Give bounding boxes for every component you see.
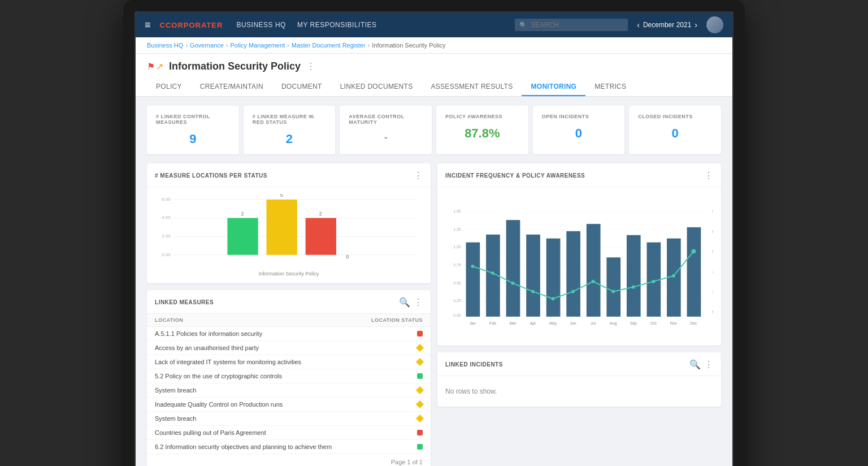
incident-actions: ⋮ xyxy=(704,170,713,181)
linked-incidents-more[interactable]: ⋮ xyxy=(704,359,713,370)
col-location: LOCATION xyxy=(155,317,371,323)
table-row[interactable]: Countries pulling out of Paris Agreement xyxy=(147,426,431,440)
measure-chart-more[interactable]: ⋮ xyxy=(414,170,423,181)
flag-icon: ⚑ xyxy=(147,61,155,72)
linked-measures-more[interactable]: ⋮ xyxy=(414,297,423,308)
row-location-2: Lack of integrated IT systems for monito… xyxy=(155,359,417,365)
svg-point-55 xyxy=(632,286,635,289)
linked-incidents-header: LINKED INCIDENTS 🔍 ⋮ xyxy=(437,352,721,376)
kpi-label-2: AVERAGE CONTROL MATURITY xyxy=(349,114,423,125)
table-row[interactable]: Lack of integrated IT systems for monito… xyxy=(147,355,431,369)
svg-text:Sep: Sep xyxy=(630,321,637,326)
svg-text:Nov: Nov xyxy=(670,321,678,325)
row-location-5: Inadequate Quality Control on Production… xyxy=(155,401,417,408)
breadcrumb-item-1[interactable]: Governance xyxy=(190,42,224,49)
svg-text:2: 2 xyxy=(319,211,322,217)
tab-policy[interactable]: Policy xyxy=(147,78,191,96)
svg-text:0.00: 0.00 xyxy=(162,252,171,257)
incident-more[interactable]: ⋮ xyxy=(704,170,713,181)
kpi-value-4: 0 xyxy=(542,126,616,141)
date-navigation: ‹ December 2021 › xyxy=(637,20,697,29)
top-nav: ≡ CCORPORATER BUSINESS HQ MY RESPONSIBIL… xyxy=(136,12,732,37)
kpi-value-2: - xyxy=(349,132,423,144)
svg-point-49 xyxy=(511,282,515,285)
arrow-icon: ↗ xyxy=(156,61,163,72)
svg-rect-8 xyxy=(227,218,258,254)
row-location-8: 6.2 Information security objectives and … xyxy=(155,443,417,450)
nav-links: BUSINESS HQ MY RESPONSIBILITIES xyxy=(236,21,376,29)
svg-point-57 xyxy=(672,274,675,278)
table-row[interactable]: 6.2 Information security objectives and … xyxy=(147,440,431,454)
svg-text:1.50: 1.50 xyxy=(453,209,461,213)
breadcrumb-item-3[interactable]: Master Document Register xyxy=(292,42,366,49)
linked-incidents-actions: 🔍 ⋮ xyxy=(689,359,713,370)
table-row[interactable]: System breach xyxy=(147,412,431,426)
svg-point-48 xyxy=(491,271,494,275)
table-row[interactable]: 5.2 Policy on the use of cryptographic c… xyxy=(147,369,431,383)
linked-incidents-title: LINKED INCIDENTS xyxy=(445,361,503,368)
pagination-text: Page 1 of 1 xyxy=(391,459,423,465)
kpi-linked-control-measures: # LINKED CONTROL MEASURES 9 xyxy=(147,106,239,154)
svg-rect-12 xyxy=(306,218,336,254)
kpi-row: # LINKED CONTROL MEASURES 9 # LINKED MEA… xyxy=(147,106,721,154)
tab-linked-documents[interactable]: Linked Documents xyxy=(331,78,422,96)
more-options-icon[interactable]: ⋮ xyxy=(306,61,315,72)
kpi-label-0: # LINKED CONTROL MEASURES xyxy=(156,114,230,125)
logo: CCORPORATER xyxy=(160,21,223,29)
svg-text:Apr: Apr xyxy=(530,321,536,326)
col-status: LOCATION STATUS xyxy=(371,317,423,323)
prev-date-button[interactable]: ‹ xyxy=(637,20,640,29)
svg-text:Aug: Aug xyxy=(610,321,617,326)
table-row[interactable]: Access by an unauthorised third party xyxy=(147,341,431,355)
svg-text:0.50: 0.50 xyxy=(453,281,461,285)
nav-business-hq[interactable]: BUSINESS HQ xyxy=(236,21,286,29)
svg-text:1.00: 1.00 xyxy=(453,245,461,249)
svg-text:0: 0 xyxy=(346,254,349,260)
svg-text:May: May xyxy=(549,321,557,326)
svg-text:85.0%: 85.0% xyxy=(712,230,713,234)
svg-rect-43 xyxy=(627,235,641,317)
svg-text:1.25: 1.25 xyxy=(453,227,461,231)
linked-incidents-search[interactable]: 🔍 xyxy=(689,359,701,370)
status-indicator-1 xyxy=(416,344,424,352)
linked-measures-search[interactable]: 🔍 xyxy=(399,297,410,308)
table-row[interactable]: System breach xyxy=(147,383,431,398)
status-indicator-3 xyxy=(417,373,423,379)
svg-point-56 xyxy=(652,280,655,283)
incident-chart-svg: 1.50 1.25 1.00 0.75 0.50 0.25 0.00 90.0%… xyxy=(445,193,713,340)
avatar[interactable] xyxy=(706,16,723,33)
svg-rect-40 xyxy=(566,231,580,317)
svg-text:2: 2 xyxy=(241,211,244,217)
kpi-value-5: 0 xyxy=(638,126,712,141)
tab-create-maintain[interactable]: Create/Maintain xyxy=(191,78,272,96)
tab-assessment-results[interactable]: Assessment Results xyxy=(422,78,522,96)
table-row[interactable]: Inadequate Quality Control on Production… xyxy=(147,398,431,412)
linked-measures-title: LINKED MEASURES xyxy=(155,299,214,305)
svg-text:6.00: 6.00 xyxy=(162,197,171,202)
svg-text:2.00: 2.00 xyxy=(162,234,171,239)
table-row[interactable]: A.5.1.1 Policies for information securit… xyxy=(147,327,431,341)
svg-text:5: 5 xyxy=(280,194,283,198)
svg-text:Jun: Jun xyxy=(570,321,576,325)
svg-point-47 xyxy=(471,265,474,268)
page-header: ⚑ ↗ Information Security Policy ⋮ Policy… xyxy=(136,54,732,97)
table-header: LOCATION LOCATION STATUS xyxy=(147,314,431,327)
svg-point-58 xyxy=(691,249,696,253)
bar-chart-svg: 6.00 4.00 2.00 0.00 xyxy=(155,194,423,266)
measure-locations-panel: # MEASURE LOCATIONS PER STATUS ⋮ 6.00 4.… xyxy=(147,163,431,283)
tab-document[interactable]: Document xyxy=(272,78,331,96)
tab-monitoring[interactable]: Monitoring xyxy=(522,78,585,96)
nav-responsibilities[interactable]: MY RESPONSIBILITIES xyxy=(297,21,377,29)
incident-header: INCIDENT FREQUENCY & POLICY AWARENESS ⋮ xyxy=(437,163,721,187)
breadcrumb-item-4: Information Security Policy xyxy=(372,42,445,49)
hamburger-menu[interactable]: ≡ xyxy=(145,19,151,31)
search-input[interactable] xyxy=(515,19,628,31)
breadcrumb-item-0[interactable]: Business HQ xyxy=(147,42,183,49)
incident-frequency-panel: INCIDENT FREQUENCY & POLICY AWARENESS ⋮ … xyxy=(437,163,721,346)
next-date-button[interactable]: › xyxy=(695,20,697,29)
breadcrumb-item-2[interactable]: Policy Management xyxy=(230,42,285,49)
current-date: December 2021 xyxy=(643,21,691,29)
incident-chart-area: 1.50 1.25 1.00 0.75 0.50 0.25 0.00 90.0%… xyxy=(437,187,721,346)
tab-metrics[interactable]: Metrics xyxy=(585,78,635,96)
tabs: Policy Create/Maintain Document Linked D… xyxy=(147,78,721,96)
